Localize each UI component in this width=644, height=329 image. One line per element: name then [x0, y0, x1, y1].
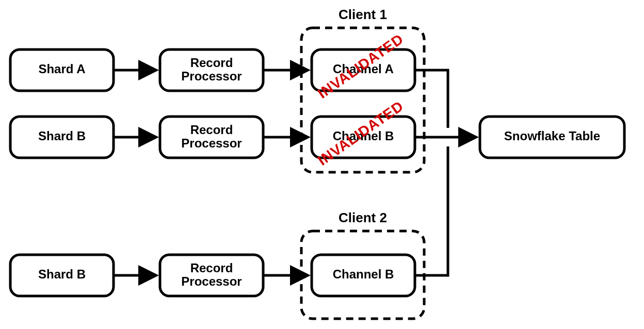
shard-b2-label: Shard B [38, 267, 86, 281]
shard-b1-label: Shard B [38, 129, 86, 143]
shard-a-label: Shard A [38, 62, 85, 76]
record-processor-c-label1: Record [190, 261, 233, 275]
record-processor-c-label2: Processor [181, 274, 242, 288]
record-processor-b-label2: Processor [181, 136, 242, 150]
record-processor-a-label2: Processor [181, 69, 242, 83]
record-processor-b-label1: Record [190, 123, 233, 137]
snowflake-table-label: Snowflake Table [504, 129, 600, 143]
arrow-chA-bus [415, 70, 448, 128]
record-processor-a-label1: Record [190, 56, 233, 70]
channel-b2-label: Channel B [333, 267, 394, 281]
arrow-chB2-bus [415, 146, 448, 275]
client2-title: Client 2 [339, 210, 387, 225]
client1-title: Client 1 [339, 7, 387, 22]
